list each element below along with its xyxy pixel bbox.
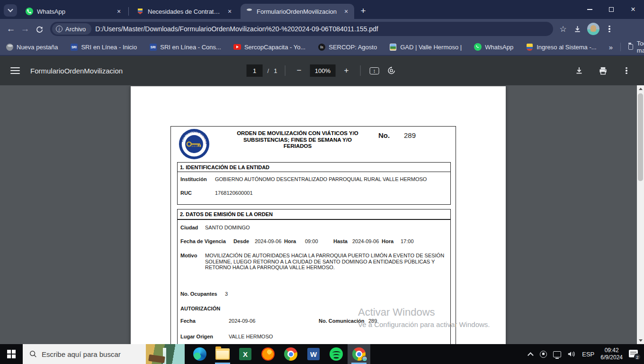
back-icon[interactable]: ← <box>4 22 18 36</box>
taskbar-search-input[interactable]: Escribe aquí para buscar <box>23 344 185 364</box>
tray-capture-icon[interactable] <box>540 351 547 358</box>
divider <box>620 43 621 51</box>
taskbar-firefox-icon[interactable] <box>257 344 279 364</box>
notification-badge: 2 <box>634 354 641 360</box>
motivo-label: Motivo <box>180 253 197 258</box>
bookmark-star-icon[interactable]: ☆ <box>556 22 570 36</box>
scroll-up-button[interactable] <box>637 85 644 92</box>
start-button[interactable] <box>0 344 23 364</box>
print-icon[interactable] <box>597 64 609 77</box>
rotate-icon[interactable] <box>385 64 397 77</box>
no-value: 289 <box>404 131 416 139</box>
youtube-icon <box>233 43 241 51</box>
clock[interactable]: 09:42 6/9/2024 <box>600 347 623 361</box>
browser-menu-icon[interactable] <box>602 22 617 36</box>
divider <box>285 65 285 76</box>
page-number-input[interactable] <box>247 64 263 77</box>
profile-avatar[interactable] <box>587 23 599 35</box>
page-separator: / <box>268 67 269 74</box>
new-tab-button[interactable]: + <box>357 5 369 17</box>
taskbar-chrome-icon[interactable] <box>279 344 302 364</box>
fecha-value: 2024-09-06 <box>229 318 255 324</box>
ruc-label: RUC <box>180 190 192 196</box>
bookmarks-bar: Nueva pestaña SRISRI en Línea - Inicio S… <box>0 39 644 56</box>
tab-label: WhatsApp <box>37 8 112 15</box>
ciudad-value: SANTO DOMINGO <box>205 225 250 230</box>
browser-navbar: ← → i Archivo D:/Users/Master/Downloads/… <box>0 19 644 39</box>
tab-necesidades[interactable]: Necesidades de Contratación y × <box>132 4 238 19</box>
taskbar-spotify-icon[interactable] <box>325 344 348 364</box>
tab-close-icon[interactable]: × <box>225 7 234 16</box>
fecha-label: Fecha <box>180 318 196 324</box>
downloads-icon[interactable] <box>570 22 584 36</box>
taskbar-explorer-icon[interactable] <box>211 344 234 364</box>
gad-crest-icon <box>136 8 144 15</box>
maximize-button[interactable] <box>600 0 622 19</box>
close-button[interactable]: × <box>622 0 644 19</box>
zoom-level[interactable]: 100% <box>310 64 335 77</box>
file-scheme-chip[interactable]: i Archivo <box>52 23 91 35</box>
ocupantes-label: No. Ocupantes <box>180 291 217 297</box>
bookmark-ingreso-sistema[interactable]: Ingreso al Sistema -... <box>526 43 596 51</box>
section1-header: 1. IDENTIFICACIÓN DE LA ENTIDAD <box>177 162 451 172</box>
download-icon[interactable] <box>573 64 585 77</box>
minimize-button[interactable] <box>579 0 600 19</box>
pdf-toolbar: FormularioOrdenMovilizacion / 1 − 100% +… <box>0 56 644 85</box>
search-icon <box>29 350 37 358</box>
bookmark-sri-consultas[interactable]: SRISRI en Línea - Cons... <box>149 43 221 51</box>
browser-titlebar: WhatsApp × Necesidades de Contratación y… <box>0 0 644 19</box>
zoom-out-icon[interactable]: − <box>293 64 305 77</box>
sercop-icon: fn <box>318 43 325 51</box>
volume-icon[interactable] <box>567 350 576 358</box>
scroll-down-button[interactable] <box>637 337 644 344</box>
page-total: 1 <box>274 67 277 74</box>
tab-search-button[interactable] <box>4 4 17 17</box>
bookmark-whatsapp[interactable]: WhatsApp <box>474 43 513 51</box>
reload-icon[interactable] <box>32 22 46 36</box>
pdf-viewer: CONTRALORÍA GENERAL DEL ESTADO ECUADOR 0… <box>0 85 644 344</box>
menu-icon[interactable] <box>10 67 20 74</box>
scrollbar[interactable] <box>637 85 644 344</box>
ruc-value: 1768120600001 <box>215 190 253 196</box>
section2-header: 2. DATOS DE EMISIÓN DE LA ORDEN <box>177 209 451 219</box>
fit-to-page-icon[interactable]: ↕ <box>368 64 380 77</box>
network-icon[interactable] <box>553 351 561 357</box>
vigencia-label: Fecha de Vigencia <box>180 238 226 244</box>
folder-icon <box>628 44 633 50</box>
zoom-in-icon[interactable]: + <box>340 64 352 77</box>
tab-formulario-active[interactable]: FormularioOrdenMovilizacion × <box>241 4 354 19</box>
bookmark-nueva-pestana[interactable]: Nueva pestaña <box>6 43 58 51</box>
search-highlight-image[interactable] <box>146 344 185 364</box>
tray-date: 6/9/2024 <box>600 354 623 361</box>
ciudad-label: Ciudad <box>180 225 198 230</box>
ecuador-icon <box>526 43 533 51</box>
bookmark-gad-valle-hermoso[interactable]: GAD | Valle Hermoso | <box>389 43 462 51</box>
activate-windows-watermark: Activar Windows <box>358 306 435 318</box>
tab-close-icon[interactable]: × <box>115 7 123 16</box>
activate-windows-subtext: Ve a Configuración para activar Windows. <box>358 320 490 328</box>
all-bookmarks-button[interactable]: Todos los marcadores <box>637 40 644 54</box>
taskbar-excel-icon[interactable]: X <box>234 344 257 364</box>
contraloria-logo: CONTRALORÍA GENERAL DEL ESTADO ECUADOR 0… <box>178 128 210 160</box>
bookmark-sri-inicio[interactable]: SRISRI en Línea - Inicio <box>70 43 137 51</box>
tab-close-icon[interactable]: × <box>342 7 350 16</box>
address-bar[interactable]: i Archivo D:/Users/Master/Downloads/Form… <box>50 22 553 36</box>
pdf-menu-icon[interactable] <box>620 64 633 77</box>
tray-expand-icon[interactable] <box>528 352 534 358</box>
forward-icon[interactable]: → <box>18 22 32 36</box>
bookmarks-overflow-icon[interactable]: » <box>609 43 613 51</box>
taskbar-edge-icon[interactable] <box>188 344 211 364</box>
language-indicator[interactable]: ESP <box>582 351 594 358</box>
taskbar-apps: X W <box>188 344 370 364</box>
url-text: D:/Users/Master/Downloads/FormularioOrde… <box>95 25 378 33</box>
taskbar-chrome-active-icon[interactable] <box>348 344 370 364</box>
taskbar-word-icon[interactable]: W <box>302 344 325 364</box>
bookmark-sercop-agosto[interactable]: fnSERCOP: Agosto <box>318 43 377 51</box>
bookmark-sercopcapacita[interactable]: SercopCapacita - Yo... <box>233 43 305 51</box>
svg-text:02-05-1927: 02-05-1927 <box>191 146 199 147</box>
scrollbar-thumb[interactable] <box>638 93 643 181</box>
notification-center-icon[interactable]: 2 <box>629 349 639 359</box>
window-controls: × <box>579 0 644 19</box>
info-icon: i <box>56 26 63 32</box>
tab-whatsapp[interactable]: WhatsApp × <box>21 4 127 19</box>
